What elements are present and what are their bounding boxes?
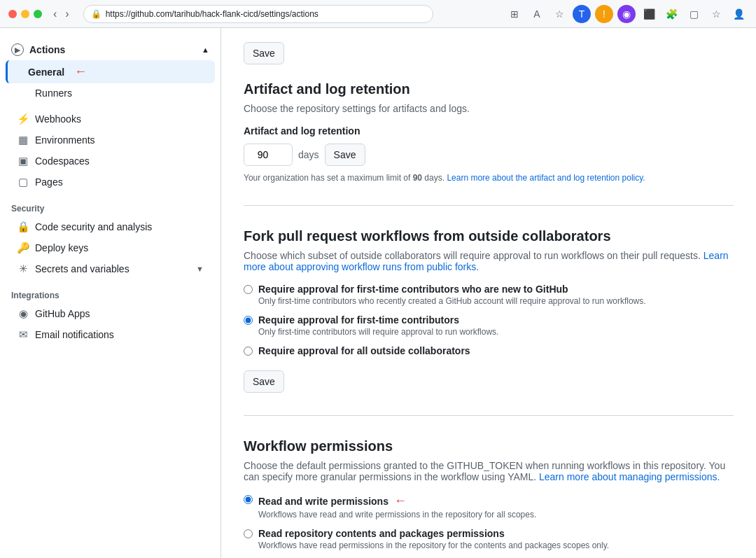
security-section: Security 🔒 Code security and analysis 🔑 … <box>0 193 220 279</box>
artifact-subsection-title: Artifact and log retention <box>244 125 734 137</box>
github-apps-label: GitHub Apps <box>35 308 90 319</box>
retention-note-days: 90 <box>413 173 422 183</box>
fork-pull-desc: Choose which subset of outside collabora… <box>244 250 734 272</box>
actions-section-header[interactable]: ▶ Actions ▲ <box>0 39 220 60</box>
sidebar-item-environments[interactable]: ▦ Environments <box>6 130 215 151</box>
forward-button[interactable]: › <box>65 8 69 20</box>
fork-pull-desc-text: Choose which subset of outside collabora… <box>244 250 701 261</box>
translate-icon[interactable]: A <box>528 5 546 23</box>
radio-all-outside-label: Require approval for all outside collabo… <box>258 345 470 356</box>
workflow-permissions-desc: Choose the default permissions granted t… <box>244 460 734 482</box>
extension-icon[interactable]: ⬛ <box>640 5 658 23</box>
integrations-label: Integrations <box>0 279 220 303</box>
puzzle-icon[interactable]: 🧩 <box>662 5 680 23</box>
sidebar-item-webhooks[interactable]: ⚡ Webhooks <box>6 109 215 130</box>
radio-first-time-content: Require approval for first-time contribu… <box>258 314 498 337</box>
environments-label: Environments <box>35 134 95 146</box>
active-arrow-indicator: ← <box>74 64 87 79</box>
webhooks-label: Webhooks <box>35 113 81 125</box>
actions-section: ▶ Actions ▲ General ← Runners <box>0 39 220 103</box>
sidebar-item-deploy-keys[interactable]: 🔑 Deploy keys <box>6 237 215 258</box>
fork-pull-section: Fork pull request workflows from outside… <box>244 228 734 416</box>
star-icon[interactable]: ☆ <box>550 5 568 23</box>
actions-collapse-icon: ▲ <box>202 46 209 54</box>
nav-items-group: ⚡ Webhooks ▦ Environments ▣ Codespaces ▢… <box>0 109 220 193</box>
sidebar-item-email-notifications[interactable]: ✉ Email notifications <box>6 324 215 345</box>
environments-icon: ▦ <box>17 134 29 146</box>
sidebar-item-github-apps[interactable]: ◉ GitHub Apps <box>6 303 215 324</box>
artifact-save-button[interactable]: Save <box>325 144 365 166</box>
main-content: Save Artifact and log retention Choose t… <box>221 28 756 558</box>
code-security-label: Code security and analysis <box>35 221 152 232</box>
codespaces-icon: ▣ <box>17 155 29 167</box>
workflow-permissions-radio-group: Read and write permissions ← Workflows h… <box>244 494 734 550</box>
radio-option-first-time-new: Require approval for first-time contribu… <box>244 284 734 306</box>
radio-first-time[interactable] <box>244 316 253 325</box>
radio-read-only-content: Read repository contents and packages pe… <box>258 528 609 550</box>
days-input[interactable] <box>244 144 293 166</box>
sidebar-item-pages[interactable]: ▢ Pages <box>6 172 215 193</box>
sidebar-item-codespaces[interactable]: ▣ Codespaces <box>6 151 215 172</box>
url-bar[interactable]: 🔒 https://github.com/tarihub/hack-flank-… <box>83 5 433 23</box>
back-button[interactable]: ‹ <box>53 8 57 20</box>
browser-toolbar: ⊞ A ☆ T ! ◉ ⬛ 🧩 ▢ ☆ 👤 <box>505 5 748 23</box>
artifact-section-desc: Choose the repository settings for artif… <box>244 103 734 114</box>
radio-option-read-only: Read repository contents and packages pe… <box>244 528 734 550</box>
radio-option-all-outside: Require approval for all outside collabo… <box>244 345 734 356</box>
person-icon[interactable]: 👤 <box>729 5 748 23</box>
tab-grid-icon[interactable]: ⊞ <box>505 5 524 23</box>
radio-read-only[interactable] <box>244 529 253 538</box>
pages-icon: ▢ <box>17 176 29 188</box>
secrets-label: Secrets and variables <box>35 263 130 274</box>
webhooks-icon: ⚡ <box>17 113 29 125</box>
workflow-permissions-title: Workflow permissions <box>244 438 734 454</box>
profile-icon-2[interactable]: ! <box>595 5 613 23</box>
radio-first-time-new-label: Require approval for first-time contribu… <box>258 284 646 295</box>
deploy-keys-label: Deploy keys <box>35 242 88 253</box>
radio-all-outside[interactable] <box>244 347 253 356</box>
workflow-permissions-learn-more-link[interactable]: Learn more about managing permissions. <box>539 471 720 482</box>
artifact-section-title: Artifact and log retention <box>244 81 734 97</box>
retention-note: Your organization has set a maximum limi… <box>244 173 734 183</box>
sidebar-item-general[interactable]: General ← <box>6 60 215 83</box>
radio-option-read-write: Read and write permissions ← Workflows h… <box>244 494 734 519</box>
fork-pull-radio-group: Require approval for first-time contribu… <box>244 284 734 356</box>
sidebar-item-secrets-variables[interactable]: ✳ Secrets and variables ▼ <box>6 258 215 279</box>
sidebar-item-code-security[interactable]: 🔒 Code security and analysis <box>6 216 215 237</box>
artifact-input-row: days Save <box>244 144 734 166</box>
secrets-expand-icon: ▼ <box>196 265 204 273</box>
radio-read-only-desc: Workflows have read permissions in the r… <box>258 540 609 550</box>
sidebar-item-runners[interactable]: Runners <box>6 83 215 103</box>
fork-pull-save-button[interactable]: Save <box>244 370 284 393</box>
workflow-permissions-section: Workflow permissions Choose the default … <box>244 438 734 558</box>
radio-read-write-label: Read and write permissions <box>258 496 388 507</box>
actions-circle-icon: ▶ <box>11 43 24 56</box>
radio-first-time-label: Require approval for first-time contribu… <box>258 314 498 326</box>
radio-all-outside-content: Require approval for all outside collabo… <box>258 345 470 356</box>
sidebar-icon[interactable]: ▢ <box>685 5 703 23</box>
radio-read-write[interactable] <box>244 495 253 504</box>
radio-first-time-desc: Only first-time contributors will requir… <box>258 327 498 337</box>
runners-label: Runners <box>35 88 72 99</box>
radio-read-write-content: Read and write permissions ← Workflows h… <box>258 494 536 519</box>
profile-icon-1[interactable]: T <box>573 5 591 23</box>
radio-option-first-time: Require approval for first-time contribu… <box>244 314 734 337</box>
integrations-section: Integrations ◉ GitHub Apps ✉ Email notif… <box>0 279 220 345</box>
retention-note-prefix: Your organization has set a maximum limi… <box>244 173 413 183</box>
fork-pull-title: Fork pull request workflows from outside… <box>244 228 734 244</box>
top-save-button[interactable]: Save <box>244 42 284 64</box>
radio-read-write-desc: Workflows have read and write permission… <box>258 510 536 519</box>
email-notifications-icon: ✉ <box>17 328 29 341</box>
actions-label: Actions <box>29 44 65 55</box>
top-save-container: Save <box>244 42 734 64</box>
artifact-section: Artifact and log retention Choose the re… <box>244 81 734 206</box>
actions-sub-items: General ← Runners <box>0 60 220 103</box>
url-text: https://github.com/tarihub/hack-flank-ci… <box>106 9 318 19</box>
github-apps-icon: ◉ <box>17 307 29 320</box>
retention-learn-more-link[interactable]: Learn more about the artifact and log re… <box>447 173 645 183</box>
deploy-keys-icon: 🔑 <box>17 242 29 254</box>
radio-first-time-new-content: Require approval for first-time contribu… <box>258 284 646 306</box>
bookmark-icon[interactable]: ☆ <box>707 5 725 23</box>
radio-first-time-new[interactable] <box>244 285 253 294</box>
profile-icon-3[interactable]: ◉ <box>617 5 636 23</box>
